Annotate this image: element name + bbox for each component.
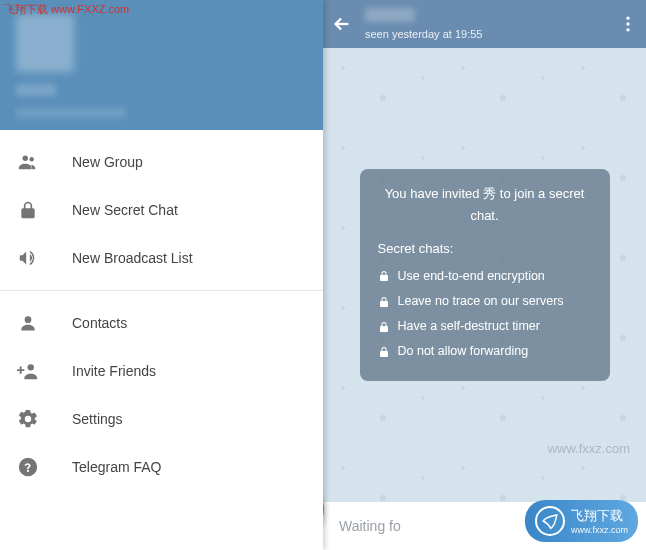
menu-label: Settings [72,411,123,427]
svg-point-5 [28,364,34,370]
menu-label: New Broadcast List [72,250,193,266]
feature-item: Have a self-destruct timer [378,316,592,337]
feature-item: Use end-to-end encryption [378,266,592,287]
menu-new-secret-chat[interactable]: New Secret Chat [0,186,323,234]
chat-title[interactable]: seen yesterday at 19:55 [365,8,618,40]
help-icon [16,455,40,479]
menu-label: Telegram FAQ [72,459,161,475]
gear-icon [16,407,40,431]
lock-icon [378,270,390,282]
user-avatar[interactable] [16,14,74,72]
menu-new-group[interactable]: New Group [0,138,323,186]
lock-icon [378,296,390,308]
svg-point-4 [25,316,32,323]
svg-point-3 [29,157,33,161]
chat-background: You have invited 秀 to join a secret chat… [323,48,646,502]
menu-new-broadcast[interactable]: New Broadcast List [0,234,323,282]
wing-icon [535,506,565,536]
back-icon[interactable] [331,13,353,35]
user-phone [16,108,126,118]
lock-icon [378,321,390,333]
svg-point-9 [626,28,629,31]
drawer-menu: New Group New Secret Chat New Broadcast … [0,130,323,499]
more-icon[interactable] [618,14,638,34]
megaphone-icon [16,246,40,270]
watermark-badge: 飞翔下载 www.fxxz.com [525,500,638,542]
feature-item: Do not allow forwarding [378,341,592,362]
invited-text: You have invited 秀 to join a secret chat… [378,183,592,227]
menu-invite-friends[interactable]: Invite Friends [0,347,323,395]
menu-label: New Group [72,154,143,170]
secret-chat-screen: seen yesterday at 19:55 You have invited… [323,0,646,550]
person-icon [16,311,40,335]
menu-contacts[interactable]: Contacts [0,299,323,347]
menu-label: Invite Friends [72,363,156,379]
contact-name [365,8,415,22]
svg-point-7 [626,17,629,20]
person-add-icon [16,359,40,383]
input-placeholder-text: Waiting fo [339,518,401,534]
watermark-center: www.fxxz.com [548,441,630,456]
navigation-drawer: New Group New Secret Chat New Broadcast … [0,0,323,550]
drawer-header [0,0,323,130]
chat-toolbar: seen yesterday at 19:55 [323,0,646,48]
secret-chat-info-card: You have invited 秀 to join a secret chat… [360,169,610,380]
user-name [16,84,56,96]
menu-label: New Secret Chat [72,202,178,218]
menu-settings[interactable]: Settings [0,395,323,443]
svg-point-8 [626,22,629,25]
svg-point-2 [23,156,29,162]
watermark-top: 飞翔下载 www.FXXZ.com [4,2,129,17]
menu-label: Contacts [72,315,127,331]
feature-item: Leave no trace on our servers [378,291,592,312]
features-header: Secret chats: [378,238,592,260]
lock-icon [378,346,390,358]
menu-faq[interactable]: Telegram FAQ [0,443,323,491]
group-icon [16,150,40,174]
last-seen-status: seen yesterday at 19:55 [365,28,618,40]
menu-divider [0,290,323,291]
lock-icon [16,198,40,222]
